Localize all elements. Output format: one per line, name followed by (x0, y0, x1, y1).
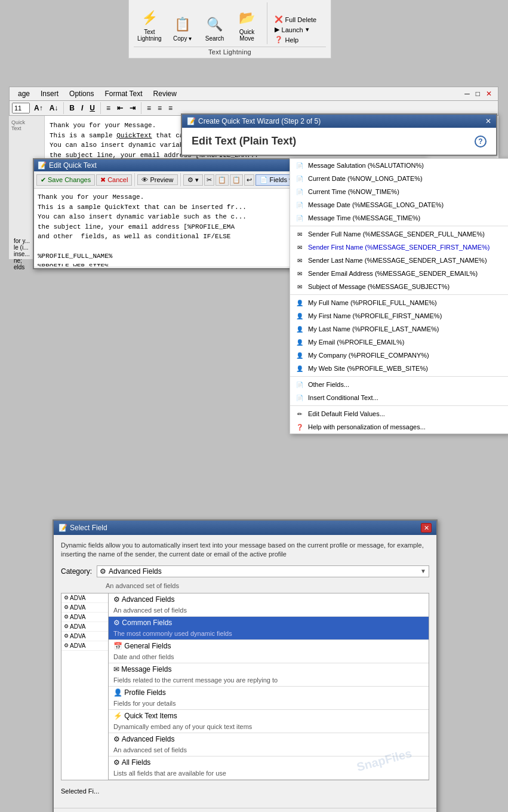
list-item-icon: ⚙ (64, 623, 69, 629)
menu-sage[interactable]: age (13, 88, 35, 99)
toolbar-font-grow[interactable]: A↑ (32, 103, 45, 113)
field-my-firstname[interactable]: 👤 My First Name (%PROFILE_FIRST_NAME%) (290, 309, 508, 322)
sf-category-desc: An advanced set of fields (106, 582, 429, 589)
toolbar-align-right[interactable]: ≡ (166, 103, 175, 113)
ribbon-launch[interactable]: ▶ Launch ▾ (272, 25, 319, 34)
sf-close-btn[interactable]: ✕ (421, 523, 432, 533)
field-my-company[interactable]: 👤 My Company (%PROFILE_COMPANY%) (290, 349, 508, 362)
ribbon-btn-quick-move[interactable]: 📂 QuickMove (232, 5, 262, 44)
sf-title: Select Field (70, 524, 107, 532)
list-item[interactable]: ⚙ ADVA (61, 622, 108, 632)
field-sender-fullname-label: Sender Full Name (%MESSAGE_SENDER_FULL_N… (308, 230, 485, 238)
field-sender-fullname[interactable]: ✉ Sender Full Name (%MESSAGE_SENDER_FULL… (290, 227, 508, 241)
option-icon: ⚙ (113, 619, 120, 627)
wizard-titlebar: 📝 Create Quick Text Wizard (Step 2 of 5)… (182, 115, 496, 128)
field-salutation[interactable]: 📄 Message Salutation (%SALUTATION%) (290, 159, 508, 172)
undo-btn[interactable]: ↩ (244, 174, 254, 186)
help-personalization-item[interactable]: ❓ Help with personalization of messages.… (290, 420, 508, 433)
toolbar-indent-decrease[interactable]: ⇤ (115, 103, 125, 113)
field-message-time[interactable]: 📄 Message Time (%MESSAGE_TIME%) (290, 211, 508, 224)
option-common-fields[interactable]: ⚙ Common Fields (109, 617, 429, 629)
list-item[interactable]: ⚙ ADVA (61, 641, 108, 651)
toolbar-font-size-input[interactable] (12, 103, 30, 113)
list-item[interactable]: ⚙ ADVA (61, 632, 108, 641)
ribbon-btn-search[interactable]: 🔍 Search (200, 11, 230, 44)
menu-format-text[interactable]: Format Text (100, 88, 147, 99)
wizard-help-btn[interactable]: ? (475, 136, 487, 147)
field-sender-firstname[interactable]: ✉ Sender First Name (%MESSAGE_SENDER_FIR… (290, 241, 508, 254)
sf-category-dropdown[interactable]: ⚙ Advanced Fields ▼ (97, 565, 429, 577)
toolbar-indent-increase[interactable]: ⇥ (127, 103, 138, 113)
option-message-fields[interactable]: ✉ Message Fields (109, 663, 429, 675)
field-my-fullname[interactable]: 👤 My Full Name (%PROFILE_FULL_NAME%) (290, 296, 508, 309)
edit-defaults-item[interactable]: ✏ Edit Default Field Values... (290, 407, 508, 420)
field-subject[interactable]: ✉ Subject of Message (%MESSAGE_SUBJECT%) (290, 280, 508, 293)
menu-insert[interactable]: Insert (36, 88, 63, 99)
option-icon: ⚙ (113, 595, 120, 604)
window-close-icon[interactable]: ✕ (484, 88, 494, 99)
field-sender-email[interactable]: ✉ Sender Email Address (%MESSAGE_SENDER_… (290, 267, 508, 280)
ribbon-btn-text-lightning[interactable]: ⚡ TextLightning (134, 5, 165, 44)
paste-btn[interactable]: 📋 (230, 174, 243, 186)
wizard-close-btn[interactable]: ✕ (485, 117, 491, 125)
copy-btn[interactable]: 📋 (215, 174, 229, 186)
field-my-email[interactable]: 👤 My Email (%PROFILE_EMAIL%) (290, 336, 508, 349)
app-menubar: age Insert Options Format Text Review ─ … (9, 87, 498, 101)
help-icon: ❓ (275, 36, 283, 44)
field-my-lastname-label: My Last Name (%PROFILE_LAST_NAME%) (308, 325, 439, 333)
cut-btn[interactable]: ✂ (204, 174, 214, 186)
toolbar-font-shrink[interactable]: A↓ (47, 103, 61, 113)
option-quick-text-desc: Dynamically embed any of your quick text… (109, 722, 429, 733)
field-my-website[interactable]: 👤 My Web Site (%PROFILE_WEB_SITE%) (290, 362, 508, 375)
option-icon: ⚙ (113, 735, 120, 743)
ribbon-btn-copy[interactable]: 📋 Copy ▾ (168, 11, 198, 44)
wizard-title: Create Quick Text Wizard (Step 2 of 5) (198, 117, 321, 125)
field-my-lastname[interactable]: 👤 My Last Name (%PROFILE_LAST_NAME%) (290, 322, 508, 336)
toolbar-bullets[interactable]: ≡ (104, 103, 113, 113)
field-my-website-label: My Web Site (%PROFILE_WEB_SITE%) (308, 365, 428, 372)
preview-button[interactable]: 👁 Preview (137, 174, 177, 185)
option-profile-fields[interactable]: 👤 Profile Fields (109, 687, 429, 699)
window-minimize-icon[interactable]: ─ (462, 88, 472, 99)
toolbar-underline[interactable]: U (87, 103, 97, 113)
field-my-company-icon: 👤 (295, 351, 304, 359)
save-changes-button[interactable]: ✔ Save Changes (36, 174, 95, 186)
sf-description: Dynamic fields allow you to automaticall… (61, 541, 429, 559)
list-item[interactable]: ⚙ ADVA (61, 603, 108, 613)
fields-divider-4 (290, 405, 508, 406)
list-item[interactable]: ⚙ ADVA (61, 613, 108, 622)
wizard-body: Edit Text (Plain Text) ? (182, 128, 496, 155)
other-fields-item[interactable]: 📄 Other Fields... (290, 378, 508, 391)
list-item[interactable]: ⚙ ADVA (61, 593, 108, 603)
insert-conditional-item[interactable]: 📄 Insert Conditional Text... (290, 391, 508, 404)
ribbon-help[interactable]: ❓ Help (272, 35, 319, 44)
toolbar-align-center[interactable]: ≡ (155, 103, 164, 113)
option-quick-text-items[interactable]: ⚡ Quick Text Items (109, 710, 429, 722)
field-sender-lastname[interactable]: ✉ Sender Last Name (%MESSAGE_SENDER_LAST… (290, 254, 508, 267)
toolbar-align-left[interactable]: ≡ (144, 103, 153, 113)
option-advanced-fields-bottom[interactable]: ⚙ Advanced Fields (109, 733, 429, 745)
option-advanced-fields-top[interactable]: ⚙ Advanced Fields (109, 593, 429, 605)
toolbar-bold[interactable]: B (67, 103, 77, 113)
field-current-date[interactable]: 📄 Current Date (%NOW_LONG_DATE%) (290, 172, 508, 185)
quick-move-label: QuickMove (239, 29, 255, 42)
field-current-time[interactable]: 📄 Current Time (%NOW_TIME%) (290, 185, 508, 198)
format-dropdown-btn[interactable]: ⚙ ▾ (183, 174, 203, 186)
other-fields-icon: 📄 (295, 380, 304, 389)
option-label: General Fields (124, 642, 171, 650)
field-message-time-icon: 📄 (295, 214, 304, 222)
cancel-x-icon: ✖ (100, 176, 106, 184)
toolbar-italic[interactable]: I (79, 103, 85, 113)
option-group-common: ⚙ Common Fields The most commonly used d… (109, 617, 429, 640)
menu-options[interactable]: Options (64, 88, 98, 99)
field-message-date[interactable]: 📄 Message Date (%MESSAGE_LONG_DATE%) (290, 198, 508, 211)
cancel-button[interactable]: ✖ Cancel (96, 174, 132, 186)
fields-divider-3 (290, 376, 508, 377)
window-maximize-icon[interactable]: □ (473, 88, 482, 99)
option-general-fields[interactable]: 📅 General Fields (109, 640, 429, 652)
copy-label: Copy ▾ (173, 35, 192, 42)
field-my-firstname-label: My First Name (%PROFILE_FIRST_NAME%) (308, 312, 442, 319)
menu-review[interactable]: Review (149, 88, 181, 99)
insert-conditional-label: Insert Conditional Text... (308, 394, 378, 401)
ribbon-full-delete[interactable]: ❌ Full Delete (272, 15, 319, 24)
